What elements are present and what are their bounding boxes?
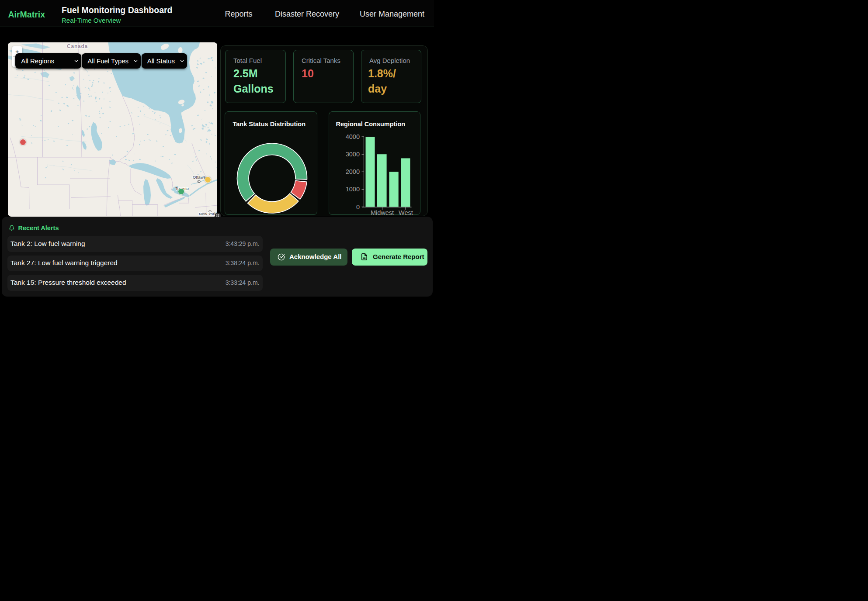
svg-text:4000: 4000 [345, 133, 359, 140]
svg-text:Midwest: Midwest [370, 209, 393, 215]
svg-text:1000: 1000 [345, 186, 359, 193]
svg-text:2000: 2000 [345, 168, 359, 175]
svg-text:0: 0 [356, 203, 359, 210]
svg-text:West: West [399, 209, 413, 215]
svg-text:New York: New York [198, 211, 216, 216]
svg-text:Ottawa: Ottawa [192, 174, 206, 179]
svg-text:3000: 3000 [345, 151, 359, 158]
svg-text:Canada: Canada [67, 43, 88, 49]
